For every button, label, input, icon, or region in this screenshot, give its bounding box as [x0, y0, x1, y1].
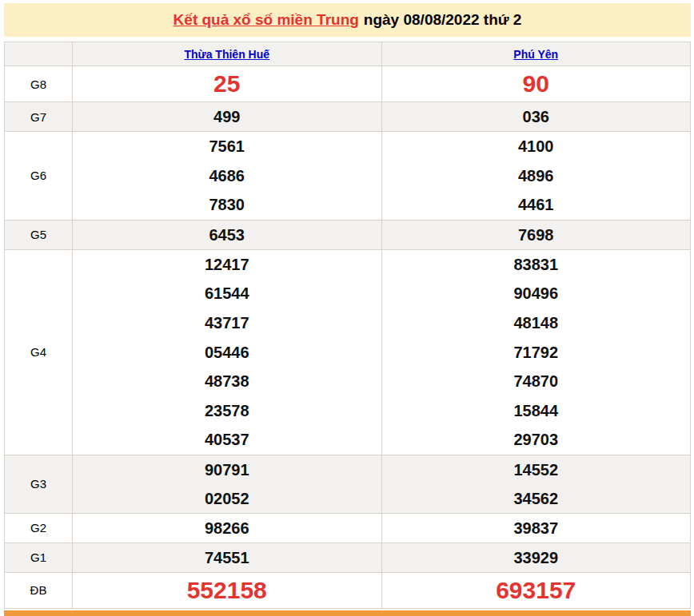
prize-number: 61544 — [73, 279, 381, 308]
prize-number: 036 — [382, 102, 691, 131]
prize-number: 4100 — [382, 132, 691, 161]
table-row: G7499036 — [5, 102, 691, 132]
prize-values-cell: 7698 — [381, 220, 691, 249]
prize-values-cell: 74551 — [73, 542, 382, 572]
prize-number: 48738 — [73, 367, 381, 396]
prize-number: 90496 — [382, 279, 691, 308]
province-header-cell: Thừa Thiên Huế — [73, 42, 382, 66]
province-link-phu-yen[interactable]: Phú Yên — [513, 48, 558, 61]
prize-number: 29703 — [382, 425, 691, 455]
prize-number: 552158 — [73, 573, 381, 608]
prize-number: 499 — [73, 102, 381, 131]
prize-values-cell: 6453 — [73, 220, 382, 249]
prize-number: 74870 — [382, 367, 691, 396]
prize-values-cell: 410048964461 — [381, 132, 691, 221]
prize-number: 7698 — [382, 221, 691, 249]
prize-values-cell: 036 — [381, 102, 691, 132]
page-title-bar: Kết quả xổ số miền Trung ngày 08/08/2022… — [4, 3, 691, 37]
prize-number: 15844 — [382, 396, 691, 426]
page: Kết quả xổ số miền Trung ngày 08/08/2022… — [0, 0, 694, 616]
prize-number: 4686 — [73, 161, 381, 191]
prize-values-cell: 693157 — [381, 572, 691, 608]
table-row: G564537698 — [5, 220, 691, 249]
prize-number: 7830 — [73, 190, 381, 220]
title-date: ngày 08/08/2022 thứ 2 — [364, 11, 522, 29]
table-row: G390791020521455234562 — [5, 455, 691, 513]
prize-values-cell: 1455234562 — [381, 455, 691, 513]
prize-number: 23578 — [73, 396, 381, 426]
prize-number: 43717 — [73, 308, 381, 338]
prize-number: 90 — [382, 66, 691, 101]
prize-number: 05446 — [73, 338, 381, 368]
prize-number: 693157 — [382, 573, 691, 608]
prize-label: ĐB — [5, 572, 73, 608]
prize-values-cell: 83831904964814871792748701584429703 — [381, 249, 691, 455]
prize-number: 4461 — [382, 190, 691, 220]
prize-values-cell: 33929 — [381, 542, 691, 572]
province-link-thua-thien-hue[interactable]: Thừa Thiên Huế — [184, 48, 269, 61]
prize-number: 40537 — [73, 425, 381, 455]
title-link[interactable]: Kết quả xổ số miền Trung — [174, 11, 359, 29]
results-table: Thừa Thiên Huế Phú Yên G82590G7499036G67… — [4, 42, 691, 609]
prize-number: 12417 — [73, 250, 381, 280]
prize-number: 34562 — [382, 484, 691, 513]
table-row: ĐB552158693157 — [5, 572, 691, 608]
prize-values-cell: 499 — [73, 102, 382, 132]
prize-number: 02052 — [73, 484, 381, 513]
prize-values-cell: 756146867830 — [73, 132, 382, 221]
prize-values-cell: 12417615444371705446487382357840537 — [73, 249, 382, 455]
prize-values-cell: 552158 — [73, 572, 382, 608]
table-row: G6756146867830410048964461 — [5, 132, 691, 221]
prize-number: 7561 — [73, 132, 381, 161]
prize-number: 83831 — [382, 250, 691, 280]
prize-number: 74551 — [73, 543, 381, 572]
prize-number: 71792 — [382, 338, 691, 368]
prize-number: 4896 — [382, 161, 691, 191]
table-row: G82590 — [5, 66, 691, 102]
table-row: G412417615444371705446487382357840537838… — [5, 249, 691, 455]
prize-number: 39837 — [382, 514, 691, 542]
prize-values-cell: 25 — [73, 66, 382, 102]
prize-number: 6453 — [73, 221, 381, 249]
prize-values-cell: 9079102052 — [73, 455, 382, 513]
table-header-row: Thừa Thiên Huế Phú Yên — [5, 42, 691, 66]
prize-number: 48148 — [382, 308, 691, 338]
prize-label: G1 — [5, 542, 73, 572]
prize-label: G3 — [5, 455, 73, 513]
corner-cell — [5, 42, 73, 66]
prize-label: G2 — [5, 513, 73, 542]
prize-number: 90791 — [73, 455, 381, 484]
table-row: G17455133929 — [5, 542, 691, 572]
prize-label: G7 — [5, 102, 73, 132]
prize-number: 33929 — [382, 543, 691, 572]
prize-label: G5 — [5, 220, 73, 249]
prize-label: G4 — [5, 249, 73, 455]
results-table-body: G82590G7499036G6756146867830410048964461… — [5, 66, 691, 609]
table-row: G29826639837 — [5, 513, 691, 542]
footer-bar — [4, 610, 691, 616]
prize-number: 98266 — [73, 514, 381, 542]
province-header-cell: Phú Yên — [381, 42, 691, 66]
prize-number: 14552 — [382, 455, 691, 484]
prize-values-cell: 98266 — [73, 513, 382, 542]
prize-number: 25 — [73, 66, 381, 101]
prize-values-cell: 90 — [381, 66, 691, 102]
prize-values-cell: 39837 — [381, 513, 691, 542]
prize-label: G6 — [5, 132, 73, 221]
prize-label: G8 — [5, 66, 73, 102]
